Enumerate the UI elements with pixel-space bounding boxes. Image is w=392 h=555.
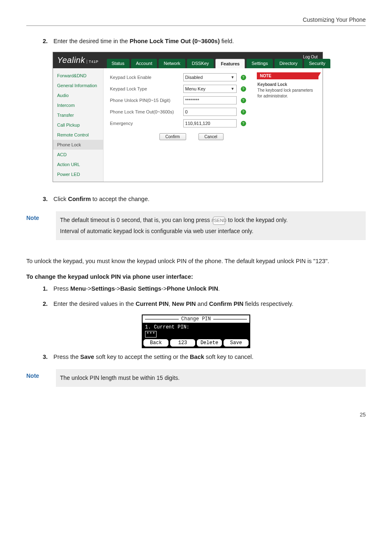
tab-status[interactable]: Status — [107, 59, 129, 68]
sidebar-item-remote-control[interactable]: Remote Control — [53, 130, 103, 140]
paragraph-unlock-info: To unlock the keypad, you must know the … — [26, 257, 366, 266]
sidebar-item-action-url[interactable]: Action URL — [53, 160, 103, 169]
input-emergency[interactable]: 110,911,120 — [183, 119, 237, 127]
chevron-down-icon: ▼ — [231, 75, 235, 79]
select-keypad-lock-type[interactable]: Menu Key▼ — [183, 85, 237, 93]
sidebar-item-acd[interactable]: ACD — [53, 150, 103, 160]
note-label: Note — [26, 369, 50, 379]
tab-network[interactable]: Network — [159, 59, 185, 68]
step-2: 2. Enter the desired time in the Phone L… — [43, 37, 366, 46]
lcd-title: Change PIN — [179, 316, 213, 322]
help-icon[interactable]: ? — [241, 75, 246, 80]
select-keypad-lock-enable[interactable]: Disabled▼ — [183, 73, 237, 81]
input-lock-timeout[interactable]: 0 — [183, 108, 237, 116]
substep-3: 3. Press the Save soft key to accept the… — [43, 352, 366, 362]
lcd-field-label: 1. Current PIN: — [145, 324, 247, 330]
note-panel-text: The keyboard lock parameters for adminis… — [258, 88, 318, 99]
page-header-title: Customizing Your Phone — [303, 16, 366, 23]
sidebar-item-general-info[interactable]: General Information — [53, 81, 103, 90]
step-number: 2. — [43, 37, 53, 46]
note-text: The unlock PIN length must be within 15 … — [56, 369, 366, 387]
label-lock-timeout: Phone Lock Time Out(0~3600s) — [110, 109, 179, 114]
label-keypad-lock-enable: Keypad Lock Enable — [110, 75, 179, 80]
page-number: 25 — [26, 412, 366, 418]
logout-link[interactable]: Log Out — [303, 55, 318, 59]
substep-1: 1. Press Menu->Settings->Basic Settings-… — [43, 284, 366, 294]
sidebar-item-power-led[interactable]: Power LED — [53, 169, 103, 179]
note-label: Note — [26, 211, 50, 221]
step-number: 1. — [43, 284, 53, 294]
step-number: 3. — [43, 352, 53, 362]
procedure-heading: To change the keypad unlock PIN via phon… — [26, 273, 366, 280]
tab-directory[interactable]: Directory — [274, 59, 302, 68]
tab-account[interactable]: Account — [131, 59, 157, 68]
softkey-delete[interactable]: Delete — [197, 339, 222, 347]
softkey-save[interactable]: Save — [224, 339, 249, 347]
note-callout-1: Note The default timeout is 0 second, th… — [26, 211, 366, 240]
confirm-button[interactable]: Confirm — [159, 133, 186, 140]
sidebar-item-intercom[interactable]: Intercom — [53, 100, 103, 110]
sidebar-item-phone-lock[interactable]: Phone Lock — [53, 140, 103, 150]
help-icon[interactable]: ? — [241, 121, 246, 126]
label-keypad-lock-type: Keypad Lock Type — [110, 86, 179, 91]
note-callout-2: Note The unlock PIN length must be withi… — [26, 369, 366, 387]
note-panel-title: NOTE — [257, 72, 318, 79]
cancel-button[interactable]: Cancel — [198, 133, 224, 140]
label-unlock-pin: Phone Unlock PIN(0~15 Digit) — [110, 98, 179, 103]
tab-security[interactable]: Security — [304, 59, 330, 68]
sidebar-item-forward-dnd[interactable]: Forward&DND — [53, 71, 103, 81]
help-icon[interactable]: ? — [241, 86, 246, 92]
sidebar-item-transfer[interactable]: Transfer — [53, 110, 103, 120]
help-icon[interactable]: ? — [241, 98, 246, 103]
lcd-field-value: *** — [145, 331, 157, 338]
step-text: Enter the desired time in the Phone Lock… — [53, 37, 366, 46]
step-number: 2. — [43, 299, 53, 309]
pound-key-icon: #SEND — [213, 217, 225, 225]
lcd-screenshot: Change PIN 1. Current PIN: *** Back 123 … — [142, 314, 250, 348]
input-unlock-pin[interactable]: ******** — [183, 96, 237, 104]
form-area: Keypad Lock Enable Disabled▼ ? Keypad Lo… — [104, 68, 253, 182]
webui-logo: YealinkT41P — [57, 56, 107, 68]
note-panel-heading: Keyboard Lock — [258, 82, 318, 88]
tab-settings[interactable]: Settings — [247, 59, 273, 68]
help-icon[interactable]: ? — [241, 109, 246, 115]
tab-bar: Status Account Network DSSKey Features S… — [107, 59, 330, 68]
page-header: Customizing Your Phone — [26, 16, 366, 26]
tab-features[interactable]: Features — [215, 59, 245, 68]
step-3: 3. Click Confirm to accept the change. — [43, 194, 366, 204]
tab-dsskey[interactable]: DSSKey — [187, 59, 214, 68]
sidebar-item-call-pickup[interactable]: Call Pickup — [53, 120, 103, 130]
substep-2: 2. Enter the desired values in the Curre… — [43, 299, 366, 309]
sidebar-item-audio[interactable]: Audio — [53, 90, 103, 100]
sidebar: Forward&DND General Information Audio In… — [53, 68, 104, 182]
label-emergency: Emergency — [110, 121, 179, 126]
note-panel: NOTE Keyboard Lock The keyboard lock par… — [253, 68, 323, 182]
webui-screenshot: YealinkT41P Log Out Status Account Netwo… — [53, 52, 323, 182]
chevron-down-icon: ▼ — [231, 87, 235, 91]
softkey-back[interactable]: Back — [143, 339, 168, 347]
softkey-123[interactable]: 123 — [170, 339, 195, 347]
step-number: 3. — [43, 194, 53, 204]
